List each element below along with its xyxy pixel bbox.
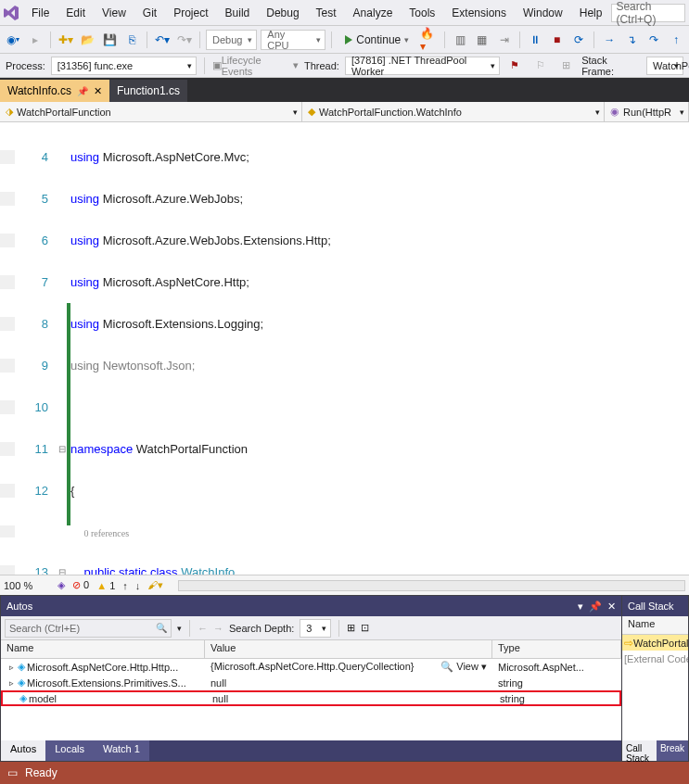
restart-button[interactable]: ⟳ <box>570 30 589 50</box>
tab-callstack[interactable]: Call Stack <box>622 740 657 761</box>
health-indicator-icon[interactable]: ◈ <box>57 579 65 591</box>
thread-button[interactable]: ⚐ <box>530 56 551 76</box>
menu-help[interactable]: Help <box>572 3 610 23</box>
toggle-button-1[interactable]: ⊞ <box>347 622 355 634</box>
search-depth-label: Search Depth: <box>229 623 294 634</box>
tab-locals[interactable]: Locals <box>45 740 94 761</box>
autos-toolbar: Search (Ctrl+E) ▾ ← → Search Depth: 3 ⊞ … <box>1 616 621 640</box>
status-bar: ▭ Ready <box>0 762 689 784</box>
nav-down-button[interactable]: ↓ <box>135 580 141 591</box>
tab-label: WatchInfo.cs <box>7 84 71 97</box>
error-count[interactable]: ⊘ 0 <box>72 579 89 591</box>
brush-icon[interactable]: 🖌▾ <box>147 579 163 591</box>
show-next-statement-button[interactable]: → <box>600 30 619 50</box>
navigation-bar: ⬗WatchPortalFunction ◆WatchPortalFunctio… <box>0 102 689 122</box>
pause-button[interactable]: ⏸ <box>526 30 544 50</box>
tab-autos[interactable]: Autos <box>1 740 45 761</box>
step-over-button[interactable]: ↷ <box>644 30 663 50</box>
menu-project[interactable]: Project <box>166 3 215 23</box>
zoom-level[interactable]: 100 % <box>4 580 50 591</box>
undo-button[interactable]: ↶▾ <box>153 30 172 50</box>
window-options-icon[interactable]: ▾ <box>578 601 583 613</box>
callstack-tabstrip: Call Stack Break <box>622 740 688 761</box>
stackframe-combo[interactable]: WatchPo <box>646 57 683 75</box>
menu-view[interactable]: View <box>95 3 134 23</box>
nav-up-button[interactable]: ↑ <box>122 580 128 591</box>
step-out-button[interactable]: ↑ <box>667 30 685 50</box>
lifecycle-events-button[interactable]: ▣ Lifecycle Events ▾ <box>212 56 299 76</box>
save-all-button[interactable]: ⎘ <box>122 30 141 50</box>
tab-breakpoints[interactable]: Break <box>657 740 688 761</box>
close-icon[interactable]: ✕ <box>607 601 616 613</box>
diagnostic-button[interactable]: ▦ <box>473 30 491 50</box>
tab-function1[interactable]: Function1.cs <box>109 80 187 102</box>
back-button[interactable]: ◉▾ <box>4 30 22 50</box>
forward-button[interactable]: ▸ <box>26 30 45 50</box>
main-menu-bar: File Edit View Git Project Build Debug T… <box>0 0 689 26</box>
autos-window: Autos ▾ 📌 ✕ Search (Ctrl+E) ▾ ← → Search… <box>0 595 622 762</box>
quick-launch-search[interactable]: Search (Ctrl+Q) <box>611 4 685 22</box>
thread-label: Thread: <box>304 60 339 71</box>
flag-button[interactable]: ⚑ <box>505 56 526 76</box>
callstack-row[interactable]: ⇨ WatchPortalFu <box>622 635 688 651</box>
horizontal-scrollbar[interactable] <box>178 580 685 591</box>
menu-file[interactable]: File <box>24 3 57 23</box>
hot-reload-button[interactable]: 🔥▾ <box>420 30 439 50</box>
stop-button[interactable]: ■ <box>548 30 567 50</box>
new-project-button[interactable]: ✚▾ <box>57 30 75 50</box>
callstack-col-header[interactable]: Name <box>622 616 688 635</box>
menu-window[interactable]: Window <box>516 3 570 23</box>
continue-button[interactable]: Continue ▾ <box>338 30 416 50</box>
autos-grid-header: Name Value Type <box>1 640 621 659</box>
search-nav-back-button[interactable]: ← <box>198 623 208 634</box>
output-icon[interactable]: ▭ <box>7 766 18 779</box>
tab-watchinfo[interactable]: WatchInfo.cs 📌 ✕ <box>0 80 109 102</box>
thread-combo[interactable]: [37816] .NET ThreadPool Worker <box>345 57 500 75</box>
nav-scope-combo[interactable]: ⬗WatchPortalFunction <box>0 102 302 121</box>
menu-tools[interactable]: Tools <box>402 3 442 23</box>
menu-extensions[interactable]: Extensions <box>444 3 514 23</box>
save-button[interactable]: 💾 <box>101 30 120 50</box>
pin-icon[interactable]: 📌 <box>77 86 88 96</box>
stackframe-label: Stack Frame: <box>581 55 641 77</box>
menu-debug[interactable]: Debug <box>259 3 306 23</box>
search-depth-combo[interactable]: 3 <box>300 619 331 638</box>
warning-count[interactable]: ▲ 1 <box>96 580 115 591</box>
menu-build[interactable]: Build <box>218 3 258 23</box>
tab-watch1[interactable]: Watch 1 <box>94 740 149 761</box>
code-editor[interactable]: 4using Microsoft.AspNetCore.Mvc; 5using … <box>0 122 689 575</box>
step-button[interactable]: ⇥ <box>495 30 514 50</box>
standard-toolbar: ◉▾ ▸ ✚▾ 📂 💾 ⎘ ↶▾ ↷▾ Debug Any CPU Contin… <box>0 26 689 54</box>
col-name-header[interactable]: Name <box>1 640 205 658</box>
breakpoint-button[interactable]: ⊞ <box>556 56 577 76</box>
autos-title-bar[interactable]: Autos ▾ 📌 ✕ <box>1 596 621 616</box>
step-into-button[interactable]: ↴ <box>622 30 641 50</box>
process-combo[interactable]: [31356] func.exe <box>51 57 197 75</box>
pin-icon[interactable]: 📌 <box>589 601 602 613</box>
solution-platform-combo[interactable]: Any CPU <box>261 30 325 50</box>
autos-row[interactable]: ▹◈ Microsoft.AspNetCore.Http.Http... {Mi… <box>1 659 621 675</box>
callstack-row[interactable]: [External Code <box>622 651 688 666</box>
continue-label: Continue <box>356 33 401 46</box>
solution-config-combo[interactable]: Debug <box>206 30 257 50</box>
callstack-title-bar[interactable]: Call Stack <box>622 596 688 616</box>
nav-type-combo[interactable]: ◆WatchPortalFunction.WatchInfo <box>302 102 605 121</box>
process-label: Process: <box>6 60 45 71</box>
redo-button[interactable]: ↷▾ <box>175 30 194 50</box>
menu-test[interactable]: Test <box>309 3 344 23</box>
col-type-header[interactable]: Type <box>492 640 621 658</box>
autos-row-highlighted[interactable]: ◈ model null string <box>1 690 621 706</box>
col-value-header[interactable]: Value <box>205 640 492 658</box>
menu-edit[interactable]: Edit <box>58 3 93 23</box>
nav-member-combo[interactable]: ◉Run(HttpR <box>605 102 689 121</box>
close-icon[interactable]: ✕ <box>94 85 102 97</box>
open-button[interactable]: 📂 <box>79 30 97 50</box>
menu-analyze[interactable]: Analyze <box>346 3 401 23</box>
window-layout-button[interactable]: ▥ <box>451 30 469 50</box>
toggle-button-2[interactable]: ⊡ <box>361 622 369 634</box>
search-nav-fwd-button[interactable]: → <box>213 623 223 634</box>
autos-row[interactable]: ▹◈ Microsoft.Extensions.Primitives.S... … <box>1 675 621 690</box>
autos-search-input[interactable]: Search (Ctrl+E) <box>5 619 172 638</box>
menu-git[interactable]: Git <box>135 3 164 23</box>
autos-grid-body: ▹◈ Microsoft.AspNetCore.Http.Http... {Mi… <box>1 659 621 740</box>
